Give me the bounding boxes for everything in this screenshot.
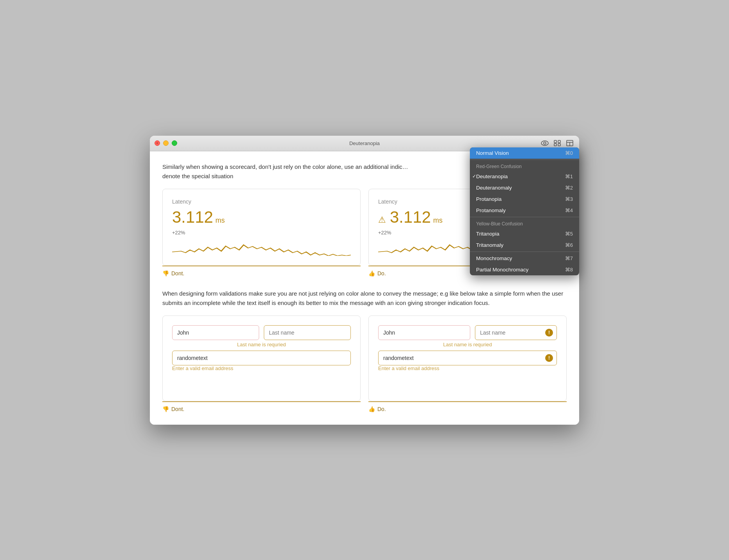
- traffic-lights: ×: [155, 140, 177, 146]
- latency-dont-wrapper: Latency 3.112 ms +22% 👎 Dont.: [162, 189, 361, 278]
- form-dont-email-error: Enter a valid email address: [172, 365, 351, 371]
- warning-triangle-icon: ⚠: [378, 215, 386, 225]
- monochromacy-shortcut: ⌘7: [565, 255, 573, 261]
- do-thumb-icon: 👍: [368, 270, 375, 276]
- latency-dont-number: 3.112: [172, 208, 213, 227]
- main-window: × Deuteranopia: [150, 136, 579, 425]
- menu-item-deuteranomaly[interactable]: Deuteranomaly ⌘2: [470, 182, 579, 193]
- window-title: Deuteranopia: [349, 140, 380, 146]
- protanomaly-label: Protanomaly: [476, 207, 506, 213]
- close-button[interactable]: ×: [155, 140, 160, 146]
- form-dont-lastname[interactable]: [264, 325, 351, 340]
- separator-1: [470, 159, 579, 160]
- do-text: Do.: [377, 270, 386, 276]
- svg-point-0: [541, 141, 548, 145]
- form-description: When designing form validations make sur…: [162, 289, 567, 308]
- latency-dont-change: +22%: [172, 230, 351, 236]
- deuteranopia-shortcut: ⌘1: [565, 174, 573, 179]
- form-dont-email-wrapper: [172, 351, 351, 365]
- monochromacy-label: Monochromacy: [476, 255, 512, 261]
- protanomaly-shortcut: ⌘4: [565, 207, 573, 213]
- svg-rect-5: [558, 144, 560, 146]
- latency-do-unit: ms: [433, 216, 443, 225]
- svg-rect-4: [554, 144, 557, 146]
- form-do-label: 👍 Do.: [368, 401, 567, 414]
- protanopia-label: Protanopia: [476, 196, 501, 202]
- form-cards-container: Last name is requried Enter a valid emai…: [162, 315, 567, 414]
- tritanomaly-label: Tritanomaly: [476, 242, 503, 248]
- form-do-card: ! Last name is requried ! Enter a valid …: [368, 315, 567, 401]
- form-do-text: Do.: [377, 406, 386, 412]
- form-do-wrapper: ! Last name is requried ! Enter a valid …: [368, 315, 567, 414]
- latency-dont-label: 👎 Dont.: [162, 266, 361, 278]
- menu-item-protanomaly[interactable]: Protanomaly ⌘4: [470, 205, 579, 216]
- menu-item-monochromacy[interactable]: Monochromacy ⌘7: [470, 253, 579, 264]
- form-dont-thumb-icon: 👎: [162, 406, 169, 412]
- email-error-icon: !: [545, 354, 553, 362]
- maximize-button[interactable]: [172, 140, 177, 146]
- form-dont-card: Last name is requried Enter a valid emai…: [162, 315, 361, 401]
- latency-dont-unit: ms: [215, 216, 225, 225]
- normal-vision-shortcut: ⌘0: [565, 150, 573, 156]
- form-do-email-wrapper: !: [378, 351, 557, 365]
- form-do-thumb-icon: 👍: [368, 406, 375, 412]
- menu-item-tritanopia[interactable]: Tritanopia ⌘5: [470, 228, 579, 239]
- separator-3: [470, 252, 579, 252]
- form-dont-firstname[interactable]: [172, 325, 259, 340]
- form-do-lastname-wrapper: !: [475, 325, 557, 340]
- titlebar-icons: [540, 138, 574, 148]
- tritanopia-shortcut: ⌘5: [565, 231, 573, 237]
- lastname-error-icon: !: [545, 329, 553, 337]
- minimize-button[interactable]: [163, 140, 169, 146]
- latency-dont-title: Latency: [172, 198, 351, 205]
- dont-thumb-icon: 👎: [162, 270, 169, 276]
- latency-dont-value: 3.112 ms: [172, 208, 351, 227]
- check-icon: ✓: [472, 174, 476, 179]
- svg-rect-3: [558, 140, 560, 143]
- titlebar: × Deuteranopia: [150, 136, 579, 151]
- deuteranopia-label: Deuteranopia: [476, 174, 508, 179]
- layout-icon[interactable]: [565, 138, 574, 148]
- form-dont-name-row: [172, 325, 351, 340]
- deuteranomaly-label: Deuteranomaly: [476, 185, 512, 191]
- tritanopia-label: Tritanopia: [476, 231, 500, 237]
- form-do-name-row: !: [378, 325, 557, 340]
- menu-item-normal-vision[interactable]: Normal Vision ⌘0: [470, 147, 579, 159]
- svg-point-1: [544, 142, 546, 144]
- form-do-firstname[interactable]: [378, 325, 470, 340]
- tritanomaly-shortcut: ⌘6: [565, 242, 573, 248]
- form-dont-label: 👎 Dont.: [162, 401, 361, 414]
- rg-section-header: Red-Green Confusion: [470, 161, 579, 171]
- menu-item-protanopia[interactable]: Protanopia ⌘3: [470, 193, 579, 205]
- latency-dont-sparkline: [172, 240, 351, 256]
- vision-dropdown-menu[interactable]: Normal Vision ⌘0 Red-Green Confusion ✓ D…: [470, 147, 579, 275]
- grid-icon[interactable]: [553, 138, 562, 148]
- separator-2: [470, 217, 579, 217]
- form-dont-email[interactable]: [172, 351, 351, 365]
- vision-icon[interactable]: [540, 138, 549, 148]
- form-do-email-error: Enter a valid email address: [378, 365, 557, 371]
- form-dont-wrapper: Last name is requried Enter a valid emai…: [162, 315, 361, 414]
- form-dont-text: Dont.: [171, 406, 184, 412]
- form-dont-lastname-error: Last name is requried: [172, 342, 351, 347]
- menu-item-tritanomaly[interactable]: Tritanomaly ⌘6: [470, 239, 579, 251]
- menu-item-deuteranopia[interactable]: ✓ Deuteranopia ⌘1: [470, 171, 579, 182]
- partial-monochromacy-shortcut: ⌘8: [565, 267, 573, 273]
- svg-rect-2: [554, 140, 557, 143]
- deuteranomaly-shortcut: ⌘2: [565, 185, 573, 191]
- form-do-email[interactable]: [378, 351, 557, 365]
- latency-do-number: 3.112: [390, 208, 431, 227]
- dont-text: Dont.: [171, 270, 184, 276]
- form-do-lastname-error: Last name is requried: [378, 342, 557, 347]
- partial-monochromacy-label: Partial Monochromacy: [476, 267, 528, 273]
- yb-section-header: Yellow-Blue Confusion: [470, 218, 579, 228]
- menu-item-partial-monochromacy[interactable]: Partial Monochromacy ⌘8: [470, 264, 579, 275]
- protanopia-shortcut: ⌘3: [565, 196, 573, 202]
- latency-dont-card: Latency 3.112 ms +22%: [162, 189, 361, 266]
- normal-vision-label: Normal Vision: [476, 150, 509, 156]
- form-do-lastname[interactable]: [475, 325, 557, 340]
